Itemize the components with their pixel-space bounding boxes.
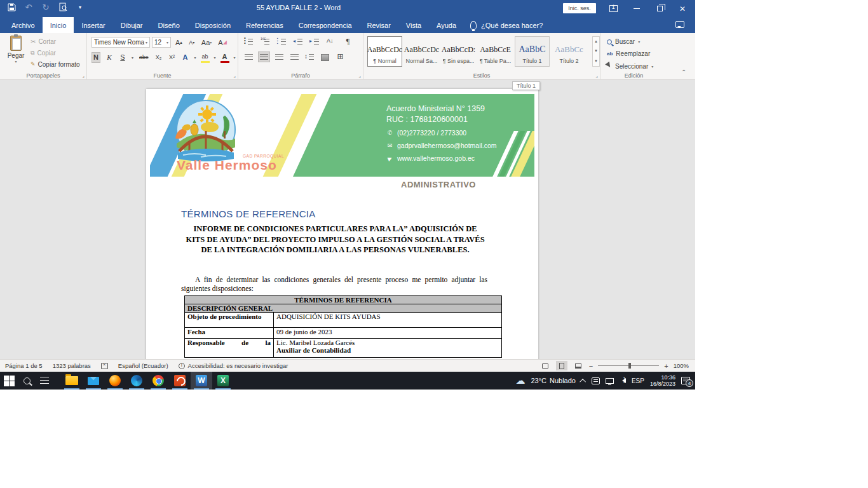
align-left-icon[interactable] <box>243 52 254 62</box>
style-normal[interactable]: AaBbCcDc ¶ Normal <box>367 36 402 67</box>
zoom-out-button[interactable]: − <box>589 362 593 370</box>
language-indicator[interactable]: ESP <box>632 377 644 384</box>
decrease-indent-icon[interactable] <box>293 37 304 46</box>
restore-button[interactable] <box>649 0 670 17</box>
highlight-button[interactable]: ab <box>201 52 210 63</box>
file-explorer-button[interactable] <box>61 372 83 390</box>
shading-icon[interactable] <box>320 52 330 62</box>
subscript-button[interactable]: X₂ <box>154 52 163 63</box>
styles-scroll-up-icon[interactable]: ▲ <box>593 37 599 46</box>
edge-button[interactable] <box>126 372 147 390</box>
font-color-button[interactable]: A <box>220 52 229 63</box>
comments-icon[interactable] <box>675 21 684 28</box>
read-mode-button[interactable] <box>539 361 551 370</box>
tab-correspondencia[interactable]: Correspondencia <box>291 17 360 33</box>
find-button[interactable]: Buscar▾ <box>607 38 640 45</box>
select-button[interactable]: Seleccionar▾ <box>607 62 653 70</box>
bold-button[interactable]: N <box>92 52 100 63</box>
zoom-in-button[interactable]: + <box>664 362 668 370</box>
styles-scroll-down-icon[interactable]: ▼ <box>593 46 599 56</box>
format-painter-button[interactable]: ✎Copiar formato <box>31 59 80 69</box>
excel-taskbar-button[interactable]: X <box>212 372 234 390</box>
estilos-dialog-launcher-icon[interactable]: ⌟ <box>595 73 598 79</box>
grow-font-button[interactable]: A▴ <box>174 37 184 48</box>
volume-icon[interactable] <box>620 378 626 383</box>
numbering-icon[interactable] <box>260 37 271 46</box>
weather-widget[interactable]: 23°C Nublado <box>531 377 576 384</box>
italic-button[interactable]: K <box>105 52 114 63</box>
line-spacing-icon[interactable] <box>304 52 315 62</box>
portapapeles-dialog-launcher-icon[interactable]: ⌟ <box>82 73 85 79</box>
font-size-box[interactable]: 12▾ <box>152 37 171 48</box>
tab-insertar[interactable]: Insertar <box>74 17 112 33</box>
fuente-dialog-launcher-icon[interactable]: ⌟ <box>233 73 236 79</box>
styles-more-icon[interactable]: ▼ <box>593 57 599 66</box>
style-titulo-2[interactable]: AaBbCc Título 2 <box>552 36 587 67</box>
sort-icon[interactable] <box>326 37 337 46</box>
notification-center-icon[interactable]: 4 <box>681 377 690 384</box>
tab-dibujar[interactable]: Dibujar <box>113 17 151 33</box>
strikethrough-button[interactable]: abc <box>138 52 150 63</box>
zoom-level[interactable]: 100% <box>674 362 689 369</box>
proofing-icon[interactable] <box>101 363 108 369</box>
taskbar-search-button[interactable] <box>18 372 36 390</box>
tell-me-box[interactable]: ¿Qué desea hacer? <box>464 17 543 33</box>
zoom-slider-thumb[interactable] <box>628 363 631 369</box>
change-case-button[interactable]: Aa▾ <box>200 37 213 48</box>
tab-inicio[interactable]: Inicio <box>43 17 74 33</box>
increase-indent-icon[interactable] <box>309 37 320 46</box>
tray-panel-icon[interactable] <box>592 377 600 384</box>
tray-expand-chevron-icon[interactable] <box>580 378 586 384</box>
shrink-font-button[interactable]: A▾ <box>187 37 196 48</box>
document-page[interactable]: Valle Hermoso GAD PARROQUIAL Acuerdo Min… <box>146 89 538 359</box>
justify-icon[interactable] <box>289 52 300 62</box>
style-normal-sa[interactable]: AaBbCcDc Normal Sa... <box>404 36 439 67</box>
bullets-icon[interactable] <box>243 37 254 46</box>
pdf-app-button[interactable] <box>169 372 191 390</box>
clock[interactable]: 10:36 16/8/2023 <box>650 374 675 387</box>
tab-vista[interactable]: Vista <box>398 17 429 33</box>
tab-archivo[interactable]: Archivo <box>4 17 43 33</box>
styles-gallery-scroll[interactable]: ▲ ▼ ▼ <box>592 36 600 67</box>
borders-icon[interactable]: ⊞ <box>335 52 346 62</box>
accessibility-status[interactable]: Accesibilidad: es necesario investigar <box>179 362 288 369</box>
web-layout-button[interactable] <box>573 361 584 370</box>
firefox-button[interactable] <box>104 372 126 390</box>
style-titulo-1[interactable]: AaBbC Título 1 <box>515 36 550 67</box>
underline-dropdown-icon[interactable]: ▾ <box>132 55 133 60</box>
word-taskbar-button[interactable]: W <box>191 372 212 390</box>
align-center-icon[interactable] <box>259 52 269 62</box>
word-count[interactable]: 1323 palabras <box>53 362 91 369</box>
paste-button[interactable]: Pegar ▾ <box>5 36 27 71</box>
style-sin-espaciado[interactable]: AaBbCcD: ¶ Sin espa... <box>441 36 476 67</box>
document-canvas[interactable]: Título 1 <box>0 80 695 359</box>
page-count[interactable]: Página 1 de 5 <box>5 362 43 369</box>
parrafo-dialog-launcher-icon[interactable]: ⌟ <box>358 73 361 79</box>
mail-button[interactable] <box>83 372 104 390</box>
underline-button[interactable]: S <box>118 52 127 63</box>
sign-in-button[interactable]: Inic. ses. <box>563 3 596 13</box>
weather-cloud-icon[interactable]: ☁ <box>515 375 525 386</box>
font-name-box[interactable]: Times New Roma▾ <box>92 37 150 48</box>
tab-diseno[interactable]: Diseño <box>151 17 187 33</box>
multilevel-list-icon[interactable] <box>276 37 287 46</box>
text-effects-button[interactable]: A <box>181 52 190 63</box>
tab-ayuda[interactable]: Ayuda <box>429 17 464 33</box>
tab-disposicion[interactable]: Disposición <box>187 17 238 33</box>
task-view-button[interactable] <box>36 372 53 390</box>
clear-formatting-button[interactable]: A◢ <box>217 37 228 48</box>
pilcrow-icon[interactable]: ¶ <box>342 37 353 46</box>
tab-revisar[interactable]: Revisar <box>360 17 398 33</box>
replace-button[interactable]: abReemplazar <box>607 50 650 57</box>
cut-button[interactable]: ✂Cortar <box>31 36 80 46</box>
tab-referencias[interactable]: Referencias <box>238 17 291 33</box>
superscript-button[interactable]: X² <box>168 52 177 63</box>
zoom-slider[interactable] <box>598 365 659 366</box>
style-table-paragraph[interactable]: AaBbCcE ¶ Table Pa... <box>478 36 513 67</box>
network-icon[interactable] <box>606 378 614 384</box>
align-right-icon[interactable] <box>274 52 285 62</box>
copy-button[interactable]: ⧉Copiar <box>31 48 80 58</box>
chrome-button[interactable] <box>147 372 169 390</box>
start-button[interactable] <box>0 372 18 390</box>
print-layout-button[interactable] <box>556 361 567 370</box>
